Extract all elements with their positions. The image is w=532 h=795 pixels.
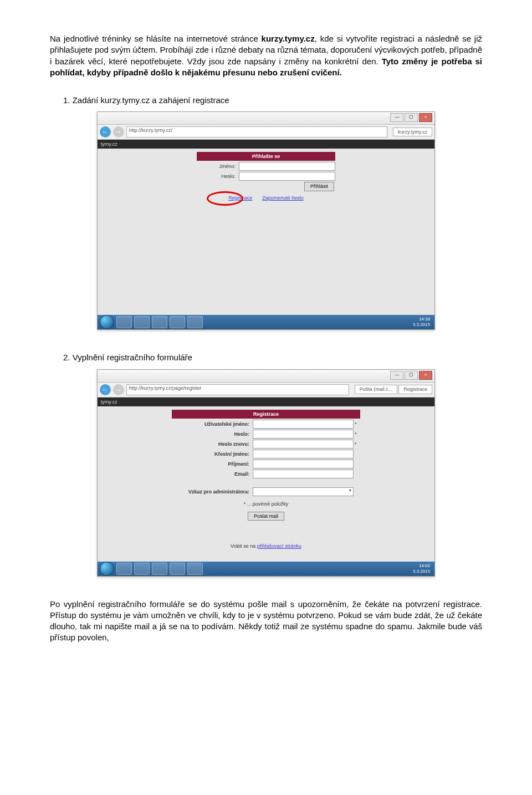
- taskbar-app-icon[interactable]: [187, 316, 203, 328]
- minimize-icon[interactable]: —: [390, 113, 403, 122]
- taskbar-app-icon[interactable]: [170, 316, 185, 328]
- tab-strip: Pošta (mail.c... Registrace: [355, 385, 433, 394]
- required-star: *: [354, 431, 360, 437]
- window-titlebar: — ▢ ×: [98, 370, 434, 383]
- site-brand-bar: tymy.cz: [98, 398, 434, 406]
- taskbar-app-icon[interactable]: [170, 563, 185, 575]
- back-line: Vrátit se na přihlašovací stránku: [172, 543, 360, 549]
- reg-admin-msg-select[interactable]: [253, 487, 354, 496]
- registration-panel-head: Registrace: [172, 410, 360, 419]
- intro-paragraph: Na jednotlivé tréninky se hlásíte na int…: [50, 33, 482, 78]
- url-field[interactable]: http://kurzy.tymy.cz/page/register: [126, 384, 349, 395]
- back-to-login-link[interactable]: přihlašovací stránku: [257, 543, 301, 549]
- url-field[interactable]: http://kurzy.tymy.cz/: [126, 126, 387, 137]
- step-2-heading: 2. Vyplnění registračního formuláře: [63, 352, 482, 363]
- username-label: Jméno:: [197, 163, 239, 170]
- reg-username-row: Uživatelské jméno: *: [172, 420, 360, 429]
- required-note: * ... povinné položky: [172, 501, 360, 507]
- reg-firstname-input[interactable]: [253, 450, 354, 458]
- password-input[interactable]: [239, 172, 335, 181]
- reg-email-row: Email:: [172, 470, 360, 478]
- step-1-heading: 1. Zadání kurzy.tymy.cz a zahájení regis…: [63, 95, 482, 106]
- start-icon[interactable]: [100, 315, 114, 329]
- reg-password2-input[interactable]: [253, 440, 354, 449]
- reg-username-label: Uživatelské jméno:: [172, 421, 253, 427]
- reg-password-label: Heslo:: [172, 431, 253, 437]
- taskbar-clock: 14:39 3.3.2015: [413, 317, 432, 328]
- reg-admin-msg-row: Vzkaz pro administrátora:: [172, 487, 360, 496]
- taskbar-app-icon[interactable]: [187, 563, 203, 575]
- clock-time: 14:39: [413, 317, 430, 322]
- forward-icon: →: [113, 126, 124, 137]
- start-icon[interactable]: [100, 562, 114, 576]
- login-panel: Přihlašte se Jméno: Heslo: Přihlásit Reg…: [197, 149, 335, 201]
- reg-password2-label: Heslo znovu:: [172, 441, 253, 447]
- browser-tab[interactable]: kurzy.tymy.cz: [393, 128, 432, 136]
- password-label: Heslo:: [197, 173, 239, 180]
- login-links: Registrace Zapomenuté heslo: [197, 195, 335, 201]
- close-icon[interactable]: ×: [419, 113, 432, 122]
- browser-tab[interactable]: Pošta (mail.c...: [355, 385, 398, 394]
- reg-username-input[interactable]: [253, 420, 354, 429]
- closing-paragraph: Po vyplnění registračního formuláře se d…: [50, 599, 482, 644]
- clock-time: 14:02: [413, 563, 430, 569]
- reg-email-label: Email:: [172, 471, 253, 477]
- taskbar-app-icon[interactable]: [152, 563, 167, 575]
- window-controls: — ▢ ×: [390, 113, 432, 122]
- screenshot-registration: — ▢ × ← → http://kurzy.tymy.cz/page/regi…: [97, 369, 435, 577]
- window-controls: — ▢ ×: [390, 371, 432, 380]
- clock-date: 3.3.2015: [413, 569, 430, 574]
- login-panel-head: Přihlašte se: [197, 152, 335, 161]
- send-mail-button[interactable]: Poslat mail: [248, 512, 284, 521]
- taskbar-clock: 14:02 3.3.2015: [413, 563, 432, 574]
- maximize-icon[interactable]: ▢: [405, 113, 418, 122]
- forgot-password-link[interactable]: Zapomenuté heslo: [262, 195, 304, 201]
- reg-email-input[interactable]: [253, 470, 354, 478]
- back-icon[interactable]: ←: [100, 126, 111, 137]
- taskbar-app-icon[interactable]: [134, 316, 150, 328]
- reg-admin-msg-label: Vzkaz pro administrátora:: [172, 488, 253, 495]
- reg-password-input[interactable]: [253, 430, 354, 439]
- username-input[interactable]: [239, 162, 335, 171]
- taskbar-app-icon[interactable]: [134, 563, 150, 575]
- password-row: Heslo:: [197, 172, 335, 181]
- reg-firstname-row: Křestní jméno:: [172, 450, 360, 458]
- page-content: Přihlašte se Jméno: Heslo: Přihlásit Reg…: [98, 149, 434, 315]
- back-text: Vrátit se na: [231, 543, 257, 549]
- minimize-icon[interactable]: —: [390, 371, 403, 380]
- browser-tab[interactable]: Registrace: [398, 385, 432, 394]
- screenshot-login: — ▢ × ← → http://kurzy.tymy.cz/ kurzy.ty…: [97, 111, 435, 330]
- back-icon[interactable]: ←: [100, 384, 111, 395]
- tab-strip: kurzy.tymy.cz: [393, 128, 432, 136]
- reg-password-row: Heslo: *: [172, 430, 360, 439]
- taskbar-app-icon[interactable]: [116, 563, 132, 575]
- close-icon[interactable]: ×: [419, 371, 432, 380]
- forward-icon: →: [113, 384, 124, 395]
- login-button-row: Přihlásit: [197, 182, 335, 191]
- taskbar-app-icon[interactable]: [116, 316, 132, 328]
- reg-submit-row: Poslat mail: [172, 509, 360, 521]
- registration-panel: Registrace Uživatelské jméno: * Heslo: *…: [172, 406, 360, 550]
- taskbar-app-icon[interactable]: [152, 316, 167, 328]
- required-star: *: [354, 441, 360, 447]
- site-brand-bar: tymy.cz: [98, 140, 434, 149]
- username-row: Jméno:: [197, 162, 335, 171]
- taskbar: 14:39 3.3.2015: [98, 315, 434, 329]
- login-button[interactable]: Přihlásit: [304, 182, 334, 191]
- taskbar: 14:02 3.3.2015: [98, 562, 434, 576]
- site-url-bold: kurzy.tymy.cz: [262, 34, 315, 43]
- address-bar: ← → http://kurzy.tymy.cz/ kurzy.tymy.cz: [98, 125, 434, 140]
- window-titlebar: — ▢ ×: [98, 112, 434, 125]
- reg-password2-row: Heslo znovu: *: [172, 440, 360, 449]
- register-link[interactable]: Registrace: [228, 195, 252, 201]
- address-bar: ← → http://kurzy.tymy.cz/page/register P…: [98, 383, 434, 398]
- text-1: Na jednotlivé tréninky se hlásíte na int…: [50, 34, 262, 43]
- reg-lastname-label: Příjmení:: [172, 461, 253, 467]
- reg-lastname-input[interactable]: [253, 460, 354, 468]
- reg-firstname-label: Křestní jméno:: [172, 451, 253, 457]
- required-star: *: [354, 421, 360, 427]
- page-content: Registrace Uživatelské jméno: * Heslo: *…: [98, 406, 434, 562]
- maximize-icon[interactable]: ▢: [405, 371, 418, 380]
- reg-lastname-row: Příjmení:: [172, 460, 360, 468]
- clock-date: 3.3.2015: [413, 322, 430, 328]
